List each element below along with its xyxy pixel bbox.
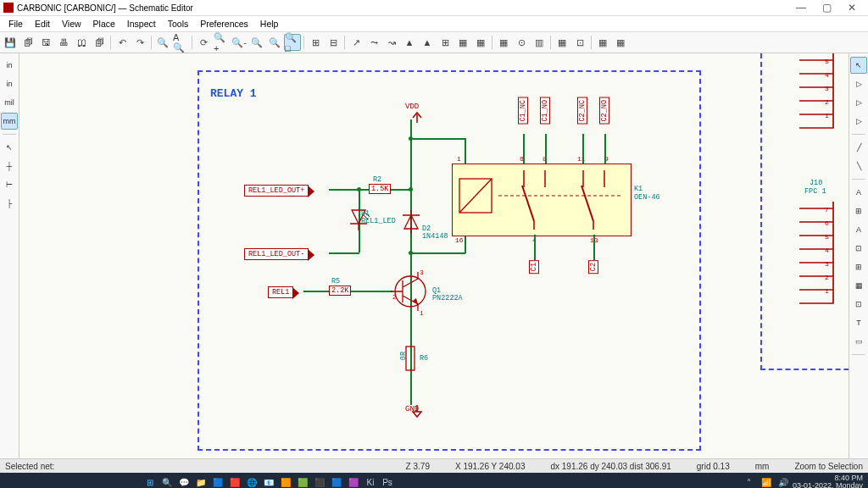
toolbar-button[interactable]: 🔍□ [284,34,301,51]
menu-preferences[interactable]: Preferences [195,18,253,30]
side-tool[interactable]: ▦ [850,277,867,294]
toolbar-button[interactable]: ▦ [554,34,570,51]
transistor-q1 [391,272,430,311]
toolbar-button[interactable]: A🔍 [172,34,189,51]
windows-taskbar[interactable]: ⊞ 🔍 💬 📁 🟦 🟥 🌐 📧 🟧 🟩 ⬛ 🟦 🟪 Ki Ps ˄ 📶 🔊 8:… [0,473,868,488]
status-xy: X 191.26 Y 240.03 [455,462,526,471]
maximize-button[interactable]: ▢ [814,2,839,14]
toolbar-button[interactable]: ⊞ [307,34,324,51]
toolbar-button[interactable]: ▥ [531,34,548,51]
toolbar-button[interactable]: ↝ [383,34,400,51]
status-z: Z 3.79 [406,462,430,471]
task-icon[interactable]: 💬 [176,475,192,488]
toolbar-button[interactable]: ▦ [472,34,489,51]
side-tool[interactable]: ⊡ [850,240,867,257]
side-tool[interactable]: ▭ [850,333,867,350]
task-icon[interactable]: 🟪 [346,475,361,488]
toolbar-button[interactable]: 🗐 [19,34,36,51]
tray-icon[interactable]: ˄ [742,475,757,488]
task-icon[interactable]: 🟧 [278,475,293,488]
pin-c1: C1 [529,260,539,274]
side-tool[interactable]: ↖ [1,139,18,156]
side-tool[interactable]: A [850,184,867,201]
toolbar-button[interactable]: ▦ [495,34,512,51]
toolbar-button[interactable]: ↷ [131,34,148,51]
toolbar-button[interactable]: ⤳ [365,34,382,51]
side-tool[interactable]: in [1,57,18,74]
toolbar-button[interactable]: ⟳ [195,34,212,51]
menu-tools[interactable]: Tools [163,18,194,30]
toolbar-button[interactable]: 🖶 [55,34,72,51]
toolbar-button[interactable]: 🔍 [266,34,283,51]
side-tool[interactable]: ⊡ [850,296,867,313]
toolbar-button[interactable]: ↶ [114,34,131,51]
task-icon[interactable]: 🟦 [210,475,225,488]
side-tool[interactable]: T [850,314,867,331]
toolbar-button[interactable]: 💾 [2,34,19,51]
status-dxy: dx 191.26 dy 240.03 dist 306.91 [550,462,670,471]
side-tool[interactable]: ⊢ [1,176,18,193]
toolbar-button[interactable]: ⊙ [513,34,530,51]
minimize-button[interactable]: — [788,2,814,14]
task-icon[interactable]: ⬛ [312,475,327,488]
toolbar-button[interactable]: 🖫 [37,34,54,51]
schematic-canvas[interactable]: RELAY 1 VDD GND 1.5K R2 [19,53,849,458]
side-tool[interactable]: ╲ [850,158,867,175]
toolbar-button[interactable]: ▦ [454,34,471,51]
toolbar-button[interactable]: ↗ [348,34,364,51]
tray-volume-icon[interactable]: 🔊 [776,475,791,488]
toolbar-button[interactable]: ▲ [401,34,418,51]
task-icon[interactable]: 📧 [261,475,276,488]
side-tool[interactable]: ▷ [850,75,867,92]
side-tool[interactable]: A [850,221,867,238]
menu-place[interactable]: Place [88,18,120,30]
task-icon[interactable]: 🟦 [329,475,344,488]
task-icon[interactable]: 📁 [193,475,209,488]
tray-wifi-icon[interactable]: 📶 [759,475,774,488]
r5-value: 2.2K [329,286,351,296]
start-icon[interactable]: ⊞ [142,475,158,488]
menu-edit[interactable]: Edit [30,18,55,30]
side-tool[interactable]: ┼ [1,158,18,175]
toolbar-button[interactable]: 🗐 [91,34,108,51]
task-icon[interactable]: Ki [363,475,378,488]
toolbar-button[interactable]: 🔍- [231,34,248,51]
side-tool[interactable]: ├ [1,195,18,212]
toolbar-button[interactable]: ▲ [419,34,436,51]
vdd-label: VDD [405,103,419,111]
toolbar-button[interactable]: 🕮 [73,34,90,51]
net-rel1-led-out-plus: REL1_LED_OUT+ [244,185,309,197]
toolbar-button[interactable]: ⊞ [437,34,453,51]
toolbar-button[interactable]: 🔍 [248,34,265,51]
task-icon[interactable]: 🌐 [244,475,259,488]
task-icon[interactable]: Ps [380,475,395,488]
menu-inspect[interactable]: Inspect [122,18,161,30]
app-icon [3,3,14,13]
side-tool[interactable]: ▷ [850,94,867,111]
side-tool[interactable]: ▷ [850,113,867,130]
task-icon[interactable]: 🟩 [295,475,310,488]
toolbar-button[interactable]: ▦ [594,34,611,51]
left-toolbar: ininmilmm↖┼⊢├ [0,53,19,458]
close-button[interactable]: ✕ [839,2,865,14]
toolbar-button[interactable]: ⊟ [325,34,342,51]
toolbar-button[interactable]: 🔍+ [213,34,230,51]
side-tool[interactable]: ↖ [850,57,867,74]
taskbar-clock[interactable]: 8:40 PM 03-01-2022, Monday [793,474,865,488]
side-tool[interactable]: mm [1,113,18,130]
title-bar: CARBONIC [CARBONIC/] — Schematic Editor … [0,0,868,16]
side-tool[interactable]: ⊞ [850,258,867,275]
menu-view[interactable]: View [57,18,86,30]
side-tool[interactable]: in [1,75,18,92]
d1-val: REL1_LED [361,217,396,225]
side-tool[interactable]: ╱ [850,139,867,156]
toolbar-button[interactable]: ⊡ [571,34,588,51]
menu-help[interactable]: Help [255,18,284,30]
toolbar-button[interactable]: 🔍 [154,34,171,51]
toolbar-button[interactable]: ▦ [612,34,629,51]
menu-file[interactable]: File [3,18,28,30]
side-tool[interactable]: ⊞ [850,202,867,219]
side-tool[interactable]: mil [1,94,18,111]
task-icon[interactable]: 🟥 [227,475,242,488]
task-icon[interactable]: 🔍 [159,475,175,488]
